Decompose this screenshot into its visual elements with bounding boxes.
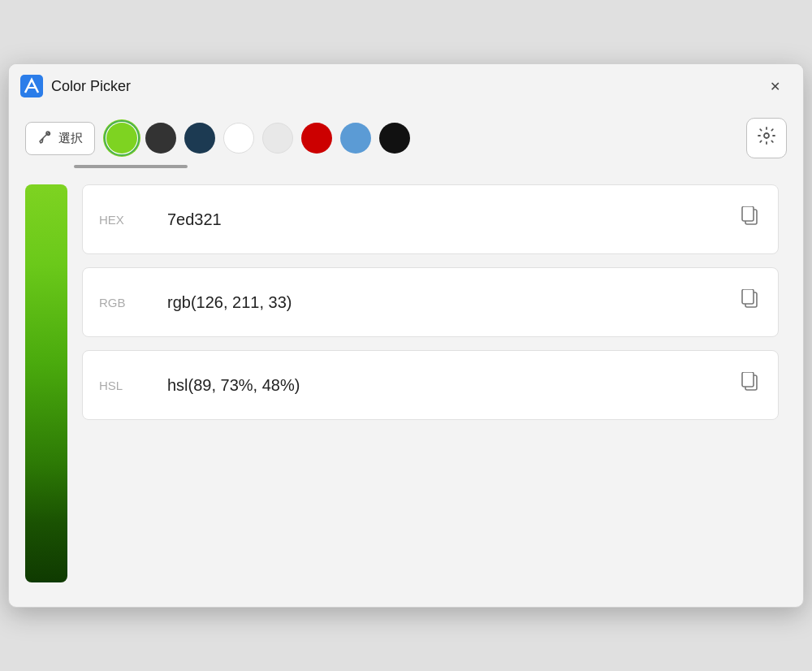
window-title: Color Picker [51,78,131,95]
tab-indicator-row [9,158,803,168]
swatch-blue[interactable] [340,123,371,154]
swatch-light-gray[interactable] [262,123,293,154]
rgb-row: RGB rgb(126, 211, 33) [82,267,779,337]
main-content: HEX 7ed321 RGB rgb(126, 211, 33) [9,168,803,607]
title-bar: Color Picker ✕ [9,64,803,108]
title-bar-left: Color Picker [20,75,131,97]
swatch-dark-gray[interactable] [145,123,176,154]
copy-icon [741,289,758,315]
copy-hex-button[interactable] [737,203,762,236]
swatch-dark-blue[interactable] [184,123,215,154]
rgb-label: RGB [99,296,148,310]
color-picker-window: Color Picker ✕ 選択 [8,63,804,608]
color-bar-container [25,184,67,582]
swatch-green[interactable] [106,123,137,154]
hex-row: HEX 7ed321 [82,184,779,254]
hsl-label: HSL [99,379,148,392]
copy-icon [741,372,758,398]
rgb-value: rgb(126, 211, 33) [167,293,718,312]
tab-indicator [74,165,188,168]
svg-point-2 [764,133,769,138]
hex-value: 7ed321 [167,210,718,229]
color-info-panel: HEX 7ed321 RGB rgb(126, 211, 33) [82,184,779,582]
svg-rect-4 [742,206,754,221]
color-gradient-bar [25,184,67,582]
hsl-row: HSL hsl(89, 73%, 48%) [82,350,779,420]
svg-rect-6 [742,289,754,304]
swatch-white[interactable] [223,123,254,154]
app-icon [20,75,43,97]
select-button[interactable]: 選択 [25,122,95,155]
close-button[interactable]: ✕ [761,72,788,100]
settings-button[interactable] [746,118,787,158]
copy-hsl-button[interactable] [737,369,762,401]
select-label: 選択 [58,131,83,146]
toolbar: 選択 [9,108,803,158]
swatch-black[interactable] [379,123,410,154]
color-swatches [106,123,735,154]
hsl-value: hsl(89, 73%, 48%) [167,376,718,395]
gear-icon [757,126,776,150]
copy-rgb-button[interactable] [737,286,762,318]
swatch-red[interactable] [301,123,332,154]
svg-rect-8 [742,372,754,387]
hex-label: HEX [99,213,148,227]
eyedropper-icon [37,129,52,148]
copy-icon [741,206,758,232]
